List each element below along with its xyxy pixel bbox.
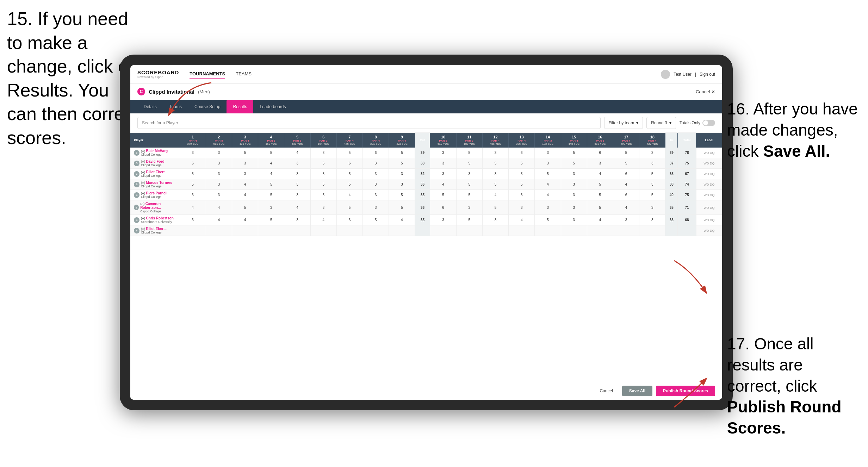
score-cell-back-12[interactable]: 4 (482, 190, 508, 200)
score-cell-front-2[interactable]: 4 (206, 200, 232, 215)
score-cell-back-16[interactable]: 5 (587, 179, 613, 190)
score-cell-back-11[interactable]: 5 (456, 148, 482, 158)
score-cell-back-16[interactable]: 3 (587, 158, 613, 169)
score-cell-front-2[interactable]: 3 (206, 179, 232, 190)
score-cell-front-1[interactable]: 3 (180, 148, 206, 158)
score-cell-front-3[interactable]: 5 (232, 200, 258, 215)
score-cell-back-15[interactable]: 3 (561, 190, 587, 200)
score-cell-front-1[interactable]: 4 (180, 200, 206, 215)
dq-button[interactable]: DQ (709, 151, 715, 155)
score-cell-back-14[interactable]: 4 (535, 179, 561, 190)
score-cell-back-18[interactable]: 3 (639, 200, 665, 215)
score-cell-back-14[interactable]: 5 (535, 215, 561, 225)
score-cell-back-18[interactable]: 5 (639, 190, 665, 200)
score-cell-back-15[interactable]: 3 (561, 169, 587, 179)
score-cell-front-4[interactable] (258, 225, 284, 236)
nav-tournaments[interactable]: TOURNAMENTS (190, 70, 225, 79)
score-cell-back-12[interactable]: 5 (482, 158, 508, 169)
score-cell-back-11[interactable]: 5 (456, 215, 482, 225)
score-cell-back-10[interactable] (430, 225, 456, 236)
score-cell-front-5[interactable]: 3 (284, 169, 310, 179)
score-cell-front-1[interactable]: 5 (180, 169, 206, 179)
wd-button[interactable]: WD (704, 206, 709, 210)
filter-button[interactable]: Filter by team ▾ (604, 117, 643, 129)
dq-button[interactable]: DQ (709, 172, 715, 176)
score-cell-front-6[interactable]: 4 (310, 215, 336, 225)
score-cell-back-17[interactable]: 3 (613, 215, 639, 225)
score-cell-back-17[interactable]: 6 (613, 190, 639, 200)
score-cell-back-11[interactable]: 5 (456, 190, 482, 200)
score-cell-back-14[interactable] (535, 225, 561, 236)
score-cell-back-10[interactable]: 3 (430, 158, 456, 169)
publish-button[interactable]: Publish Round Scores (656, 386, 715, 396)
score-cell-front-9[interactable]: 3 (389, 169, 415, 179)
score-cell-back-13[interactable]: 5 (509, 179, 535, 190)
score-cell-back-18[interactable]: 3 (639, 215, 665, 225)
score-cell-front-8[interactable]: 6 (363, 148, 389, 158)
wd-button[interactable]: WD (704, 229, 709, 232)
dq-button[interactable]: DQ (709, 206, 715, 210)
score-cell-front-4[interactable]: 3 (258, 200, 284, 215)
score-cell-front-5[interactable] (284, 225, 310, 236)
score-cell-front-9[interactable] (389, 225, 415, 236)
dq-button[interactable]: DQ (709, 193, 715, 197)
score-cell-front-6[interactable]: 5 (310, 158, 336, 169)
score-cell-front-6[interactable]: 5 (310, 190, 336, 200)
score-cell-front-7[interactable]: 5 (336, 179, 362, 190)
dq-button[interactable]: DQ (709, 218, 715, 222)
score-cell-back-17[interactable]: 5 (613, 148, 639, 158)
score-cell-back-11[interactable] (456, 225, 482, 236)
score-cell-back-12[interactable]: 5 (482, 179, 508, 190)
score-cell-back-18[interactable]: 3 (639, 148, 665, 158)
score-cell-front-7[interactable]: 3 (336, 215, 362, 225)
nav-signout[interactable]: Sign out (700, 72, 715, 77)
score-cell-back-18[interactable]: 3 (639, 158, 665, 169)
score-cell-back-18[interactable]: 3 (639, 179, 665, 190)
dq-button[interactable]: DQ (709, 229, 715, 232)
score-cell-back-12[interactable]: 3 (482, 215, 508, 225)
score-cell-front-5[interactable]: 4 (284, 200, 310, 215)
tab-details[interactable]: Details (137, 100, 163, 113)
score-cell-back-14[interactable]: 4 (535, 190, 561, 200)
score-cell-back-17[interactable] (613, 225, 639, 236)
score-cell-front-5[interactable]: 3 (284, 215, 310, 225)
dq-button[interactable]: DQ (709, 162, 715, 165)
score-cell-back-15[interactable]: 5 (561, 158, 587, 169)
score-cell-front-9[interactable]: 5 (389, 190, 415, 200)
score-cell-front-6[interactable]: 5 (310, 179, 336, 190)
score-cell-front-7[interactable]: 4 (336, 190, 362, 200)
score-cell-back-10[interactable]: 3 (430, 148, 456, 158)
cancel-button[interactable]: Cancel ✕ (696, 89, 715, 94)
save-all-button[interactable]: Save All (622, 386, 652, 396)
score-cell-back-16[interactable]: 5 (587, 200, 613, 215)
score-cell-front-2[interactable]: 3 (206, 158, 232, 169)
score-cell-back-17[interactable]: 6 (613, 169, 639, 179)
score-cell-back-17[interactable]: 5 (613, 158, 639, 169)
score-cell-front-1[interactable]: 6 (180, 158, 206, 169)
score-cell-back-16[interactable]: 4 (587, 169, 613, 179)
round-button[interactable]: Round 3 ▾ (646, 117, 676, 129)
wd-button[interactable]: WD (704, 183, 709, 186)
score-cell-front-8[interactable]: 3 (363, 179, 389, 190)
tab-course-setup[interactable]: Course Setup (188, 100, 227, 113)
score-cell-back-15[interactable] (561, 225, 587, 236)
score-cell-back-12[interactable] (482, 225, 508, 236)
score-cell-front-4[interactable]: 4 (258, 169, 284, 179)
score-cell-front-3[interactable]: 4 (232, 190, 258, 200)
tab-leaderboards[interactable]: Leaderboards (253, 100, 292, 113)
score-cell-front-1[interactable]: 3 (180, 215, 206, 225)
score-cell-front-4[interactable]: 5 (258, 148, 284, 158)
score-cell-front-8[interactable]: 3 (363, 190, 389, 200)
score-cell-back-11[interactable]: 5 (456, 179, 482, 190)
score-cell-front-7[interactable]: 6 (336, 158, 362, 169)
score-cell-front-8[interactable]: 5 (363, 215, 389, 225)
score-cell-back-17[interactable]: 4 (613, 179, 639, 190)
score-cell-back-12[interactable]: 3 (482, 169, 508, 179)
score-cell-front-4[interactable]: 5 (258, 215, 284, 225)
score-cell-back-18[interactable]: 5 (639, 169, 665, 179)
wd-button[interactable]: WD (704, 193, 709, 197)
score-cell-back-10[interactable]: 3 (430, 169, 456, 179)
score-cell-front-6[interactable]: 3 (310, 148, 336, 158)
score-cell-front-7[interactable]: 5 (336, 148, 362, 158)
score-cell-back-16[interactable] (587, 225, 613, 236)
